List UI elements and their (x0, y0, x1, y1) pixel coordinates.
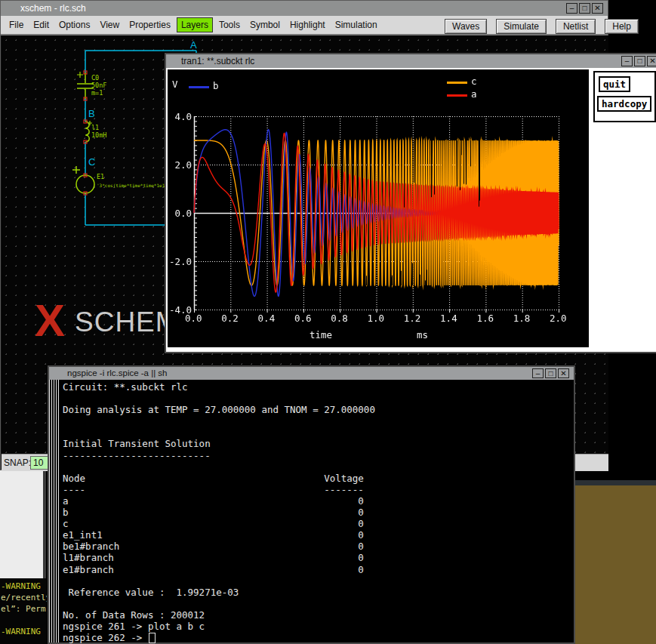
plot-control-panel: quit hardcopy (593, 71, 656, 122)
node-label-a: A (190, 39, 197, 51)
minimize-icon[interactable]: – (621, 56, 633, 66)
capacitor-value: 50nF (91, 82, 106, 89)
ngspice-terminal-window: ngspice -i rlc.spice -a || sh – □ ✕ Circ… (48, 365, 575, 644)
warning-line (1, 615, 47, 626)
menu-item-tools[interactable]: Tools (215, 18, 244, 32)
waveform-plot[interactable]: V bca 4.02.00.0-2.0-4.00.00.20.40.60.81.… (168, 69, 589, 347)
desktop-lower-right (571, 485, 656, 644)
terminal-prompt: ngspice 262 -> (63, 632, 148, 643)
x-tick-label: 1.6 (476, 313, 494, 324)
maximize-icon[interactable]: □ (579, 3, 590, 14)
x-tick-label: 0.6 (294, 313, 312, 324)
legend-swatch-b (189, 86, 209, 88)
xschem-toolbar-buttons: WavesSimulateNetlistHelp (445, 19, 639, 34)
legend-swatch-c (447, 82, 467, 84)
legend-label-b: b (213, 80, 219, 91)
y-tick-label: 2.0 (169, 159, 192, 171)
x-tick-label: 1.0 (368, 313, 385, 324)
desktop: { "desktop": {"bg": "#000000", "lower_ri… (0, 0, 656, 644)
close-icon[interactable]: ✕ (592, 3, 603, 14)
netlist-button[interactable]: Netlist (556, 19, 596, 34)
waveform-titlebar[interactable]: tran1: **.subckt rlc – □ ✕ (166, 54, 656, 68)
close-icon[interactable]: ✕ (647, 56, 656, 66)
capacitor-extra: m=1 (91, 89, 103, 97)
terminal-window-controls: – □ ✕ (532, 368, 569, 378)
minimize-icon[interactable]: – (566, 3, 577, 14)
x-tick-label: 0.4 (258, 313, 276, 324)
menu-item-options[interactable]: Options (55, 18, 94, 32)
close-icon[interactable]: ✕ (558, 368, 569, 378)
inductor-value: 10mH (91, 131, 106, 139)
terminal-output: Circuit: **.subckt rlc Doing analysis at… (63, 381, 571, 632)
menu-item-view[interactable]: View (96, 18, 123, 32)
quit-button[interactable]: quit (599, 76, 630, 92)
x-axis-unit: ms (417, 329, 428, 340)
source-ref: E1 (97, 173, 104, 180)
y-axis-unit: V (172, 79, 178, 90)
waveform-canvas[interactable] (168, 69, 589, 347)
menu-item-properties[interactable]: Properties (125, 18, 174, 32)
node-label-c: C (88, 156, 95, 168)
xschem-titlebar[interactable]: xschem - rlc.sch – □ ✕ (1, 1, 608, 17)
waveform-window-title: tran1: **.subckt rlc (181, 56, 254, 66)
waveform-window-controls: – □ ✕ (621, 56, 656, 66)
minimize-icon[interactable]: – (532, 368, 544, 378)
x-tick-label: 0.2 (221, 313, 239, 324)
legend-label-a: a (471, 88, 477, 100)
terminal-titlebar[interactable]: ngspice -i rlc.spice -a || sh – □ ✕ (49, 367, 574, 380)
menu-item-layers[interactable]: Layers (177, 17, 213, 32)
xschem-window-controls: – □ ✕ (566, 3, 603, 14)
y-tick-label: 0.0 (169, 208, 192, 219)
terminal-window-title: ngspice -i rlc.spice -a || sh (67, 368, 168, 377)
x-tick-label: 1.2 (404, 313, 421, 324)
x-tick-label: 0.0 (185, 313, 202, 324)
legend-label-c: c (471, 75, 477, 87)
snap-label: SNAP: (4, 458, 31, 468)
component-labels: C0 50nF m=1 l1 10mH E1 '3*cos(time*time*… (91, 74, 173, 188)
simulate-button[interactable]: Simulate (496, 19, 547, 34)
waveform-window: tran1: **.subckt rlc – □ ✕ V bca 4.02.00… (165, 53, 656, 353)
terminal-cursor (149, 633, 156, 643)
y-tick-label: 4.0 (169, 111, 192, 122)
source-symbol[interactable] (72, 166, 94, 193)
background-white-window[interactable] (0, 470, 46, 580)
source-value: '3*cos(time*time*time*1e11)' (97, 183, 173, 188)
menu-item-symbol[interactable]: Symbol (246, 18, 284, 32)
inductor-ref: l1 (91, 124, 99, 131)
xschem-logo-x: X (35, 298, 65, 344)
legend-swatch-a (447, 94, 467, 97)
x-axis-label: time (310, 329, 332, 340)
x-tick-label: 1.4 (440, 313, 457, 324)
help-button[interactable]: Help (605, 19, 639, 34)
background-warning-terminal[interactable]: -WARNINGe/recentlyel”: Perm -WARNING (0, 578, 47, 644)
xschem-logo-text: SCHEM (75, 307, 180, 337)
warning-line: el”: Perm (1, 603, 47, 615)
xschem-window-title: xschem - rlc.sch (20, 3, 86, 14)
menu-item-simulation[interactable]: Simulation (331, 18, 381, 32)
y-tick-label: -2.0 (169, 256, 192, 267)
maximize-icon[interactable]: □ (634, 56, 645, 66)
warning-line: -WARNING (1, 581, 47, 592)
node-label-b: B (88, 108, 95, 119)
capacitor-ref: C0 (91, 74, 99, 82)
menu-item-highlight[interactable]: Highlight (286, 18, 329, 32)
menu-item-file[interactable]: File (5, 18, 27, 32)
warning-line: -WARNING (1, 626, 47, 637)
terminal-scrollbar[interactable] (49, 380, 60, 642)
menu-item-edit[interactable]: Edit (29, 18, 53, 32)
x-tick-label: 1.8 (513, 313, 531, 324)
maximize-icon[interactable]: □ (545, 368, 556, 378)
waves-button[interactable]: Waves (445, 19, 487, 34)
terminal-prompt-line[interactable]: ngspice 262 -> (63, 632, 571, 643)
desktop-divider (571, 480, 656, 485)
terminal-body[interactable]: Circuit: **.subckt rlc Doing analysis at… (63, 381, 571, 641)
x-tick-label: 0.8 (331, 313, 348, 324)
warning-line: e/recently (1, 592, 47, 603)
hardcopy-button[interactable]: hardcopy (597, 96, 651, 112)
x-tick-label: 2.0 (550, 313, 567, 324)
